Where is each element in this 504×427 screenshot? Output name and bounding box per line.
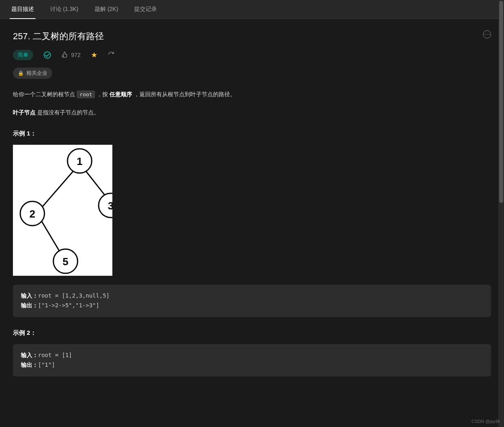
inline-code-root: root xyxy=(77,91,95,98)
svg-text:2: 2 xyxy=(30,208,35,220)
company-tag-button[interactable]: 🔒 相关企业 xyxy=(13,68,52,79)
svg-line-1 xyxy=(85,170,106,197)
meta-row: 简单 972 ★ xyxy=(13,50,491,60)
company-tag-label: 相关企业 xyxy=(26,70,47,77)
example1-tree-diagram: 1 2 3 5 xyxy=(13,145,112,276)
problem-content: 257. 二叉树的所有路径 简单 972 ★ 🔒 相关企业 给你一个二叉树的根节… xyxy=(0,19,504,392)
scrollbar-track[interactable] xyxy=(498,0,504,427)
tab-bar: 题目描述 讨论 (1.3K) 题解 (2K) 提交记录 xyxy=(0,0,504,19)
share-icon[interactable] xyxy=(108,51,114,59)
tab-discussion[interactable]: 讨论 (1.3K) xyxy=(49,0,80,19)
more-icon[interactable] xyxy=(483,30,491,38)
tab-description[interactable]: 题目描述 xyxy=(10,0,36,19)
svg-text:3: 3 xyxy=(108,200,112,212)
difficulty-badge: 简单 xyxy=(13,50,33,60)
thumb-up-icon xyxy=(61,51,68,59)
example1-heading: 示例 1： xyxy=(13,130,491,137)
example2-code: 输入：root = [1] 输出：["1"] xyxy=(13,344,491,376)
watermark: CSDN @jay神 xyxy=(472,419,500,425)
svg-text:1: 1 xyxy=(77,155,82,167)
star-icon[interactable]: ★ xyxy=(91,51,97,59)
example2-heading: 示例 2： xyxy=(13,329,491,337)
solved-check-icon xyxy=(44,51,51,59)
lock-icon: 🔒 xyxy=(18,70,24,76)
like-button[interactable]: 972 xyxy=(61,51,80,59)
example1-code: 输入：root = [1,2,3,null,5] 输出：["1->2->5","… xyxy=(13,285,491,317)
like-count: 972 xyxy=(71,52,80,58)
svg-text:5: 5 xyxy=(63,256,68,268)
tab-solutions[interactable]: 题解 (2K) xyxy=(93,0,120,19)
problem-title: 257. 二叉树的所有路径 xyxy=(13,30,104,42)
problem-description: 给你一个二叉树的根节点 root ，按 任意顺序 ，返回所有从根节点到叶子节点的… xyxy=(13,89,491,118)
tab-submissions[interactable]: 提交记录 xyxy=(133,0,158,19)
scrollbar-thumb[interactable] xyxy=(499,1,503,203)
